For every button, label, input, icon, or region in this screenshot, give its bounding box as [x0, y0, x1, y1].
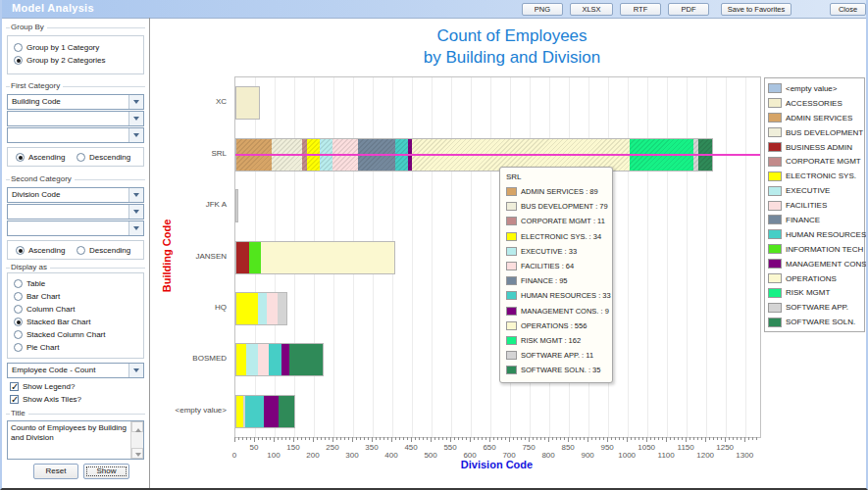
chevron-down-icon[interactable] [128, 205, 143, 219]
axis-tick [454, 437, 455, 440]
display-as-option-label: Table [26, 279, 45, 288]
radio-icon[interactable] [16, 246, 25, 255]
axis-tick [470, 437, 471, 442]
bar-segment[interactable] [281, 344, 289, 375]
export-rtf-button[interactable]: RTF [620, 3, 661, 16]
chart-title-input[interactable]: Counto of Employees by Building and Divi… [7, 420, 144, 460]
bar-BOSMED[interactable] [235, 343, 324, 376]
bar-segment[interactable] [246, 344, 258, 375]
option-checkbox[interactable]: Show Legend? [10, 380, 145, 393]
radio-icon[interactable] [14, 343, 23, 352]
first-category-filter-1[interactable] [7, 111, 144, 126]
second-sort-option[interactable]: Descending [71, 244, 130, 257]
bar-<empty value>[interactable] [235, 395, 295, 428]
first-category-select[interactable]: Building Code [7, 94, 144, 110]
bar-segment[interactable] [236, 242, 249, 273]
textarea-scrollbar[interactable] [130, 421, 143, 459]
radio-icon[interactable] [14, 305, 23, 314]
bar-segment[interactable] [249, 242, 261, 273]
plot-area[interactable] [234, 76, 761, 438]
group-by-option[interactable]: Group by 2 Categories [8, 54, 143, 67]
axis-tick [281, 437, 282, 440]
bar-segment[interactable] [289, 344, 323, 375]
radio-icon[interactable] [14, 318, 23, 326]
chevron-down-icon[interactable] [128, 221, 143, 235]
legend-item: SOFTWARE APP. [768, 300, 864, 315]
axis-tick [584, 437, 585, 440]
radio-icon[interactable] [14, 279, 23, 288]
bar-segment[interactable] [258, 344, 269, 375]
show-button[interactable]: Show [83, 464, 129, 479]
checkbox-icon[interactable] [10, 395, 19, 404]
second-category-select[interactable]: Division Code [7, 187, 144, 203]
measure-select[interactable]: Employee Code - Count [7, 363, 144, 378]
bar-segment[interactable] [245, 396, 264, 427]
bar-segment[interactable] [279, 396, 294, 427]
bar-segment[interactable] [269, 344, 281, 375]
radio-icon[interactable] [14, 330, 23, 339]
bar-segment[interactable] [258, 293, 267, 324]
tooltip-swatch [506, 307, 517, 316]
second-category-filter-2[interactable] [7, 220, 144, 236]
bar-segment[interactable] [236, 87, 259, 119]
display-as-option[interactable]: Column Chart [8, 303, 143, 316]
bar-segment[interactable] [236, 190, 237, 221]
export-pdf-button[interactable]: PDF [668, 3, 709, 16]
first-sort-option[interactable]: Ascending [10, 151, 65, 164]
group-by-option[interactable]: Group by 1 Category [8, 41, 143, 54]
scroll-up-icon[interactable] [131, 421, 143, 432]
legend-item: FINANCE [768, 213, 864, 227]
radio-icon[interactable] [14, 56, 23, 65]
second-category-filter-1[interactable] [7, 204, 144, 220]
scroll-down-icon[interactable] [131, 448, 143, 459]
chevron-down-icon[interactable] [128, 188, 143, 202]
chevron-down-icon[interactable] [128, 128, 143, 142]
option-checkbox[interactable]: Show Axis Tiles? [10, 393, 145, 406]
tooltip-row: FACILITIES : 64 [506, 259, 608, 273]
radio-icon[interactable] [14, 43, 23, 52]
bar-JFK A[interactable] [235, 189, 238, 222]
chart-legend: <empty value>ACCESSORIESADMIN SERVICESBU… [764, 77, 865, 332]
display-as-option[interactable]: Table [8, 277, 143, 290]
legend-item: EXECUTIVE [768, 183, 864, 198]
radio-icon[interactable] [77, 246, 85, 255]
legend-swatch [768, 127, 782, 137]
bar-JANSEN[interactable] [235, 241, 395, 274]
axis-tick [325, 437, 326, 440]
first-sort-option[interactable]: Descending [71, 151, 130, 164]
reset-button[interactable]: Reset [33, 464, 78, 479]
radio-icon[interactable] [14, 292, 23, 301]
display-as-option-label: Stacked Column Chart [26, 330, 105, 339]
bar-segment[interactable] [236, 396, 243, 427]
bar-segment[interactable] [236, 344, 246, 375]
display-as-option[interactable]: Pie Chart [8, 341, 143, 354]
export-png-button[interactable]: PNG [522, 3, 563, 16]
axis-tick [697, 437, 698, 440]
display-as-option[interactable]: Bar Chart [8, 290, 143, 303]
bar-segment[interactable] [261, 242, 394, 273]
display-as-option[interactable]: Stacked Column Chart [8, 328, 143, 341]
close-button[interactable]: Close [830, 3, 866, 16]
bar-segment[interactable] [236, 293, 258, 324]
tooltip-row-label: ELECTRONIC SYS. : 34 [521, 232, 601, 241]
axis-tick [529, 437, 530, 442]
checkbox-icon[interactable] [10, 382, 19, 391]
display-as-option[interactable]: Stacked Bar Chart [8, 316, 143, 328]
radio-icon[interactable] [16, 153, 25, 162]
save-to-favorites-button[interactable]: Save to Favorites [721, 3, 791, 16]
axis-tick [352, 437, 353, 442]
axis-tick [395, 437, 396, 440]
chevron-down-icon[interactable] [128, 95, 143, 109]
gridline [667, 77, 668, 437]
chevron-down-icon[interactable] [128, 364, 143, 377]
export-xlsx-button[interactable]: XLSX [570, 3, 613, 16]
bar-segment[interactable] [267, 293, 278, 324]
bar-XC[interactable] [235, 86, 260, 120]
bar-HQ[interactable] [235, 292, 287, 325]
first-category-filter-2[interactable] [7, 127, 144, 143]
radio-icon[interactable] [77, 153, 85, 162]
second-sort-option[interactable]: Ascending [10, 244, 65, 257]
bar-segment[interactable] [278, 293, 287, 324]
bar-segment[interactable] [264, 396, 279, 427]
chevron-down-icon[interactable] [128, 112, 143, 125]
